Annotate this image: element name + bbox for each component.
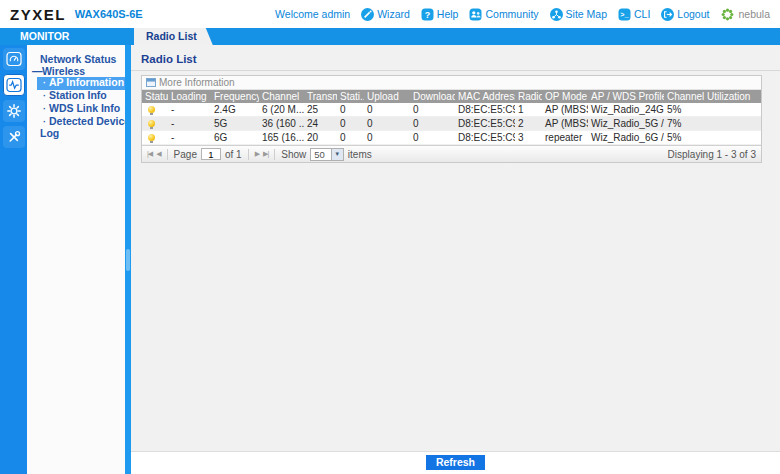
sidebar-item-network-status[interactable]: Network Status xyxy=(27,54,125,66)
bullet-icon: · xyxy=(43,91,46,103)
frequency-cell: 5G xyxy=(211,117,259,131)
utilization-cell: 5% xyxy=(664,131,761,145)
table-header-row: Status Loading Frequency ... Channel Tra… xyxy=(142,90,761,103)
transmit-cell: 25 xyxy=(304,103,337,117)
footer-bar: Refresh xyxy=(131,451,780,474)
column-mac-address[interactable]: MAC Address xyxy=(455,90,515,103)
chevron-down-icon: ▼ xyxy=(331,149,343,160)
refresh-button[interactable]: Refresh xyxy=(426,455,485,470)
table-row[interactable]: - 6G 165 (16... 20 0 0 0 D8:EC:E5:C9:...… xyxy=(142,131,761,145)
sidebar-item-log[interactable]: Log xyxy=(27,128,125,140)
column-frequency[interactable]: Frequency ... xyxy=(211,90,259,103)
section-title: MONITOR xyxy=(0,28,134,45)
page-size-select[interactable]: 50 ▼ xyxy=(310,148,344,161)
show-label: Show xyxy=(281,149,306,160)
svg-text:>_: >_ xyxy=(620,11,629,19)
wizard-link[interactable]: Wizard xyxy=(361,8,410,21)
radio-list-table: Status Loading Frequency ... Channel Tra… xyxy=(142,90,761,145)
dashboard-icon xyxy=(6,51,22,67)
column-channel[interactable]: Channel xyxy=(259,90,304,103)
icon-rail xyxy=(0,45,27,474)
mac-address-cell: D8:EC:E5:C9:... xyxy=(455,117,515,131)
bulb-on-icon xyxy=(148,120,155,127)
divider xyxy=(274,149,275,160)
help-link[interactable]: ? Help xyxy=(421,8,459,21)
page-number-input[interactable] xyxy=(201,148,221,160)
first-page-button[interactable]: |◀ xyxy=(147,149,152,159)
nebula-label: nebula xyxy=(738,8,770,20)
cli-icon: >_ xyxy=(618,8,631,21)
column-upload[interactable]: Upload xyxy=(364,90,410,103)
more-information-icon xyxy=(146,78,156,87)
cli-link[interactable]: >_ CLI xyxy=(618,8,650,21)
items-label: items xyxy=(348,149,372,160)
status-cell xyxy=(142,103,168,117)
column-station[interactable]: Stati... xyxy=(337,90,364,103)
loading-cell: - xyxy=(168,131,211,145)
loading-cell: - xyxy=(168,103,211,117)
monitor-rail-button[interactable] xyxy=(3,74,25,96)
mac-address-cell: D8:EC:E5:C9:... xyxy=(455,131,515,145)
channel-cell: 36 (160 ... xyxy=(259,117,304,131)
configuration-rail-button[interactable] xyxy=(3,100,25,122)
page-label: Page xyxy=(174,149,197,160)
column-ap-wds-profile[interactable]: AP / WDS Profile xyxy=(588,90,664,103)
prev-page-button[interactable]: ◀ xyxy=(156,149,160,159)
dashboard-rail-button[interactable] xyxy=(3,48,25,70)
community-link[interactable]: Community xyxy=(469,8,538,21)
more-information-button[interactable]: More Information xyxy=(146,77,235,88)
radio-list-table-box: More Information Status Loading Frequenc… xyxy=(141,75,762,163)
station-cell: 0 xyxy=(337,117,364,131)
maintenance-rail-button[interactable] xyxy=(3,126,25,148)
upload-cell: 0 xyxy=(364,103,410,117)
status-cell xyxy=(142,131,168,145)
column-status[interactable]: Status xyxy=(142,90,168,103)
column-channel-utilization[interactable]: Channel Utilization xyxy=(664,90,761,103)
download-cell: 0 xyxy=(410,117,455,131)
displaying-count: Displaying 1 - 3 of 3 xyxy=(668,149,756,160)
op-mode-cell: AP (MBSS... xyxy=(542,103,588,117)
content-spacer xyxy=(131,163,780,451)
utilization-cell: 7% xyxy=(664,117,761,131)
column-transmit[interactable]: Transm... xyxy=(304,90,337,103)
logout-link[interactable]: Logout xyxy=(661,8,709,21)
sidebar-item-label: Detected Device xyxy=(49,116,130,128)
op-mode-cell: AP (MBSS... xyxy=(542,117,588,131)
transmit-cell: 24 xyxy=(304,117,337,131)
nebula-link[interactable]: nebula xyxy=(720,7,770,22)
upload-cell: 0 xyxy=(364,131,410,145)
profile-cell: Wiz_Radio_24G / ... xyxy=(588,103,664,117)
column-radio[interactable]: Radio xyxy=(515,90,542,103)
tab-radio-list[interactable]: Radio List xyxy=(134,28,213,45)
page-title: Radio List xyxy=(131,45,780,70)
bullet-icon: · xyxy=(43,104,46,116)
bulb-on-icon xyxy=(148,106,155,113)
radio-cell: 2 xyxy=(515,117,542,131)
top-header: ZYXEL WAX640S-6E Welcome admin Wizard ? … xyxy=(0,0,780,28)
profile-cell: Wiz_Radio_6G / ... xyxy=(588,131,664,145)
radio-cell: 3 xyxy=(515,131,542,145)
sidebar-item-wds-link-info[interactable]: · WDS Link Info xyxy=(37,103,125,116)
wizard-label: Wizard xyxy=(377,8,410,20)
sidebar-item-station-info[interactable]: · Station Info xyxy=(37,90,125,103)
splitter-handle-icon[interactable] xyxy=(126,249,130,271)
loading-cell: - xyxy=(168,117,211,131)
column-op-mode[interactable]: OP Mode xyxy=(542,90,588,103)
help-label: Help xyxy=(437,8,459,20)
section-bar: MONITOR Radio List xyxy=(0,28,780,45)
sitemap-link[interactable]: Site Map xyxy=(550,8,607,21)
column-download[interactable]: Download xyxy=(410,90,455,103)
sidebar-item-label: WDS Link Info xyxy=(49,103,120,115)
collapse-icon[interactable]: — xyxy=(32,66,39,78)
sidebar-splitter[interactable] xyxy=(125,45,131,474)
pagination-bar: |◀ ◀ Page of 1 ▶ ▶| Show 50 ▼ items xyxy=(142,145,761,162)
column-loading[interactable]: Loading xyxy=(168,90,211,103)
page-of-label: of 1 xyxy=(225,149,242,160)
last-page-button[interactable]: ▶| xyxy=(263,149,268,159)
table-row[interactable]: - 5G 36 (160 ... 24 0 0 0 D8:EC:E5:C9:..… xyxy=(142,117,761,131)
transmit-cell: 20 xyxy=(304,131,337,145)
title-divider xyxy=(131,70,780,71)
table-row[interactable]: - 2.4G 6 (20 M... 25 0 0 0 D8:EC:E5:C9:.… xyxy=(142,103,761,117)
next-page-button[interactable]: ▶ xyxy=(255,149,259,159)
community-icon xyxy=(469,8,482,21)
